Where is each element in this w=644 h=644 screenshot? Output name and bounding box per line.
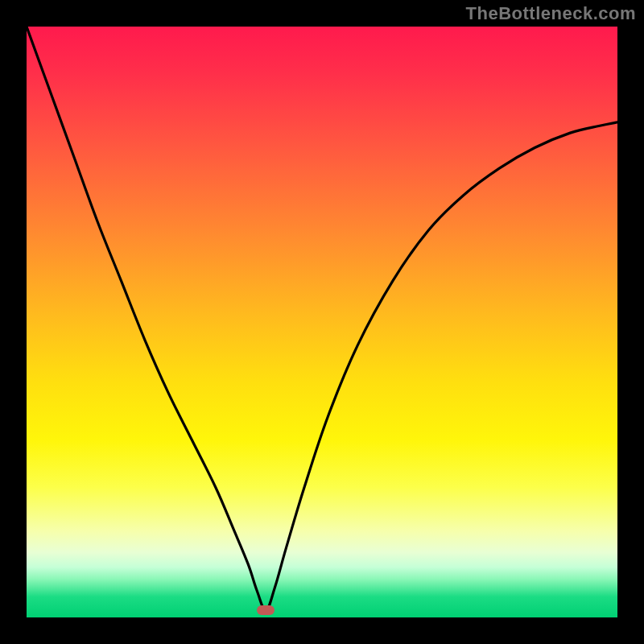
plot-area <box>27 27 617 617</box>
bottleneck-curve <box>27 27 617 617</box>
bottleneck-curve-path <box>27 27 617 610</box>
watermark-text: TheBottleneck.com <box>466 3 636 24</box>
chart-frame: TheBottleneck.com <box>0 0 644 644</box>
optimum-marker <box>257 605 275 615</box>
